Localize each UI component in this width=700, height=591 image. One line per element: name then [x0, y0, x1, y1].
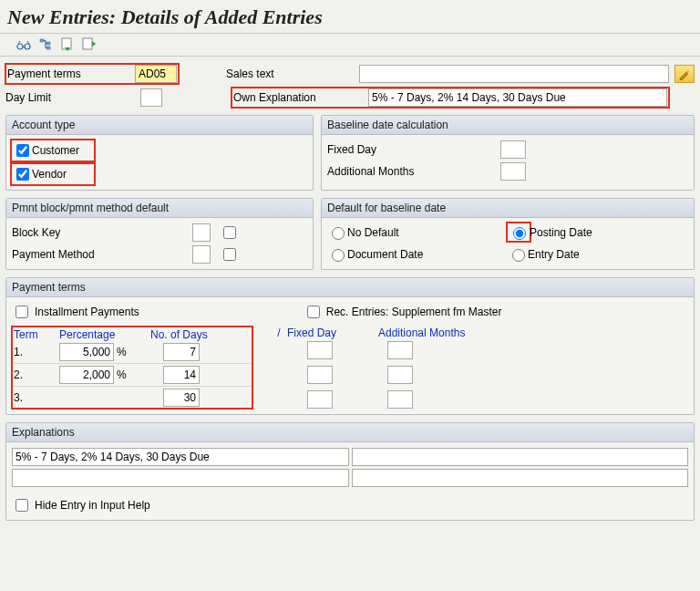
page-down-icon[interactable] — [60, 37, 75, 52]
glasses-icon[interactable] — [16, 37, 31, 52]
th-percentage: Percentage — [59, 328, 150, 341]
account-type-title: Account type — [6, 116, 313, 135]
own-explanation-input[interactable] — [368, 88, 667, 107]
block-key-label: Block Key — [12, 226, 192, 239]
tree-icon[interactable] — [38, 37, 53, 52]
default-baseline-title: Default for baseline date — [322, 199, 694, 218]
row1-fixed-input[interactable] — [307, 341, 333, 359]
hide-entry-label: Hide Entry in Input Help — [35, 499, 150, 512]
payment-terms-input[interactable] — [135, 65, 177, 83]
payment-method-input[interactable] — [192, 245, 211, 264]
term-3-days[interactable] — [163, 389, 200, 407]
day-limit-input[interactable] — [140, 88, 162, 107]
svg-point-1 — [25, 44, 30, 49]
svg-point-0 — [17, 44, 23, 49]
svg-rect-6 — [83, 38, 92, 49]
entry-date-radio[interactable] — [512, 249, 525, 262]
row3-fixed-input[interactable] — [307, 390, 333, 409]
installment-checkbox[interactable] — [15, 306, 28, 318]
term-2-pct: % — [114, 368, 127, 381]
block-key-checkbox[interactable] — [223, 226, 236, 239]
posting-date-radio[interactable] — [513, 227, 526, 240]
document-date-label: Document Date — [347, 248, 423, 261]
th-slash: / — [271, 327, 287, 339]
explanation-line1b-input[interactable] — [352, 448, 689, 466]
fixed-day-input[interactable] — [500, 140, 526, 159]
table-row: 3. — [14, 389, 251, 407]
no-default-label: No Default — [347, 226, 399, 239]
baseline-calc-title: Baseline date calculation — [322, 116, 694, 135]
fixed-day-label: Fixed Day — [327, 143, 500, 156]
document-date-radio[interactable] — [332, 249, 345, 262]
vendor-checkbox[interactable] — [16, 168, 29, 181]
term-2-label: 2. — [14, 368, 59, 381]
th-days: No. of Days — [150, 328, 251, 341]
term-3-label: 3. — [14, 391, 59, 404]
account-type-group: Account type Customer Vendor — [5, 115, 314, 191]
explanations-title: Explanations — [6, 423, 694, 442]
explanation-line1-input[interactable] — [12, 448, 349, 466]
row2-months-input[interactable] — [387, 366, 413, 384]
sales-text-input[interactable] — [359, 65, 669, 83]
explanation-line2b-input[interactable] — [352, 469, 689, 487]
payment-method-label: Payment Method — [12, 248, 192, 261]
own-explanation-label: Own Explanation — [233, 91, 368, 104]
th-months: Additional Months — [378, 327, 488, 339]
no-default-radio[interactable] — [332, 227, 345, 240]
svg-rect-2 — [40, 39, 44, 42]
rec-entries-label: Rec. Entries: Supplement fm Master — [326, 306, 502, 318]
baseline-calc-group: Baseline date calculation Fixed Day Addi… — [321, 115, 695, 191]
block-key-input[interactable] — [192, 223, 211, 242]
table-row: 1. % — [14, 343, 251, 364]
row1-months-input[interactable] — [387, 341, 413, 359]
pmnt-block-group: Pmnt block/pmnt method default Block Key… — [5, 198, 314, 270]
term-2-days[interactable] — [163, 366, 200, 384]
payment-terms-title: Payment terms — [6, 278, 694, 297]
customer-label: Customer — [32, 144, 79, 157]
term-1-percentage[interactable] — [59, 343, 114, 361]
payment-terms-group: Payment terms Installment Payments Rec. … — [5, 277, 695, 415]
customer-checkbox[interactable] — [16, 144, 29, 157]
term-1-pct: % — [114, 346, 127, 358]
installment-label: Installment Payments — [35, 306, 139, 318]
sales-text-label: Sales text — [226, 67, 354, 80]
payment-method-checkbox[interactable] — [223, 248, 236, 261]
row3-months-input[interactable] — [387, 390, 413, 409]
page-title: New Entries: Details of Added Entries — [0, 0, 700, 33]
day-limit-label: Day Limit — [5, 91, 135, 104]
row2-fixed-input[interactable] — [307, 366, 333, 384]
table-row: 2. % — [14, 366, 251, 387]
term-1-label: 1. — [14, 346, 59, 358]
vendor-label: Vendor — [32, 168, 67, 181]
explanation-line2-input[interactable] — [12, 469, 349, 487]
term-1-days[interactable] — [163, 343, 200, 361]
payment-terms-label: Payment terms — [7, 67, 135, 80]
th-fixed: Fixed Day — [287, 327, 378, 339]
term-2-percentage[interactable] — [59, 366, 114, 384]
help-button[interactable] — [674, 65, 695, 83]
svg-rect-4 — [46, 47, 50, 49]
toolbar — [0, 34, 700, 56]
th-term: Term — [14, 328, 59, 341]
add-months-input[interactable] — [500, 162, 526, 181]
hide-entry-checkbox[interactable] — [15, 499, 28, 512]
svg-rect-3 — [46, 42, 50, 45]
page-right-icon[interactable] — [82, 37, 97, 52]
explanations-group: Explanations Hide Entry in Input Help — [5, 422, 695, 521]
rec-entries-checkbox[interactable] — [307, 306, 320, 318]
posting-date-label: Posting Date — [530, 226, 592, 239]
pmnt-block-title: Pmnt block/pmnt method default — [6, 199, 313, 218]
default-baseline-group: Default for baseline date No Default Pos… — [321, 198, 695, 270]
entry-date-label: Entry Date — [528, 248, 580, 261]
add-months-label: Additional Months — [327, 165, 500, 178]
